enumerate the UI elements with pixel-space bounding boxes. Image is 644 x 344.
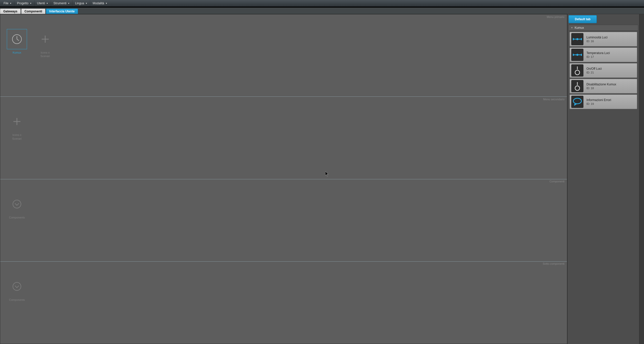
- panel-item[interactable]: On/Off LuciID: 21: [570, 63, 637, 78]
- panel-item-id: ID: 21: [586, 71, 602, 74]
- tab-gateways[interactable]: Gateways: [0, 9, 21, 14]
- menu-item-label: Progetto: [17, 2, 28, 5]
- svg-point-20: [575, 86, 580, 90]
- panel-item-name: Disabilitazione Kumux: [586, 83, 616, 86]
- menu-item-file[interactable]: File▼: [1, 0, 14, 7]
- menu-item-lingua[interactable]: Lingua▼: [72, 0, 90, 7]
- panel-item-info: Luminosità LuciID: 16: [586, 36, 607, 43]
- menu-item-label: File: [4, 2, 8, 5]
- canvas-row: ComponentiComponents: [0, 179, 567, 262]
- dropdown-caret-icon: ▼: [68, 2, 70, 5]
- panel-item-info: Informazioni ErroriID: 19: [586, 98, 611, 105]
- dropdown-caret-icon: ▼: [46, 2, 48, 5]
- tile-kumux[interactable]: Kumux: [7, 29, 27, 54]
- collapse-arrow-icon: ▼: [571, 27, 573, 29]
- panel-item-name: Luminosità Luci: [586, 36, 607, 39]
- menubar: File▼Progetto▼Utenti▼Strumenti▼Lingua▼Mo…: [0, 0, 644, 7]
- panel-item-name: On/Off Luci: [586, 67, 602, 70]
- panel-section-title: Kumux: [575, 26, 584, 30]
- canvas-row: Menu secondarioIcons oScenari: [0, 97, 567, 179]
- default-tab-button[interactable]: Default tab: [569, 15, 597, 23]
- svg-line-2: [17, 39, 19, 41]
- chevron-icon: [7, 276, 27, 297]
- menu-item-label: Strumenti: [54, 2, 66, 5]
- svg-point-16: [576, 54, 578, 56]
- canvas-row: Menu primarioKumuxIcons oScenari: [0, 14, 567, 97]
- switch-icon: [571, 64, 583, 77]
- slider-icon: [571, 33, 583, 45]
- scrollbar[interactable]: [639, 14, 644, 344]
- canvas-row: Sotto-componentiComponents: [0, 262, 567, 344]
- panel-item-id: ID: 18: [586, 87, 616, 90]
- panel-item[interactable]: Luminosità LuciID: 16: [570, 32, 637, 46]
- menu-item-utenti[interactable]: Utenti▼: [34, 0, 51, 7]
- chat-icon: [571, 96, 583, 108]
- tile-label: Icons oScenari: [12, 133, 21, 140]
- menu-item-label: Lingua: [75, 2, 84, 5]
- tile-label: Kumux: [13, 51, 21, 54]
- tile-label: Icons oScenari: [40, 51, 50, 58]
- panel-list: Luminosità LuciID: 16Temperatura LuciID:…: [569, 31, 638, 110]
- panel-item[interactable]: Temperatura LuciID: 17: [570, 47, 637, 62]
- panel-section-header[interactable]: ▼ Kumux: [569, 25, 638, 31]
- dropdown-caret-icon: ▼: [85, 2, 87, 5]
- panel-item-info: Disabilitazione KumuxID: 18: [586, 83, 616, 90]
- tile-components[interactable]: Components: [7, 194, 27, 219]
- svg-point-12: [576, 38, 578, 40]
- menu-item-label: Utenti: [37, 2, 45, 5]
- panel-item-name: Informazioni Errori: [586, 98, 611, 102]
- panel-item-id: ID: 17: [586, 55, 610, 58]
- tile-icons o[interactable]: Icons oScenari: [7, 111, 27, 140]
- row-label: Sotto-componenti: [543, 262, 564, 265]
- tab-interfaccia-utente[interactable]: Interfaccia Utente: [46, 9, 78, 14]
- clock-icon: [7, 29, 27, 49]
- menu-item-progetto[interactable]: Progetto▼: [14, 0, 34, 7]
- panel-item[interactable]: Disabilitazione KumuxID: 18: [570, 79, 637, 93]
- tabbar: GatewaysComponentiInterfaccia Utente: [0, 8, 644, 14]
- dropdown-caret-icon: ▼: [10, 2, 12, 5]
- row-label: Menu primario: [547, 15, 564, 18]
- tile-icons o[interactable]: Icons oScenari: [35, 29, 55, 58]
- canvas: Menu primarioKumuxIcons oScenariMenu sec…: [0, 14, 567, 344]
- menu-item-strumenti[interactable]: Strumenti▼: [51, 0, 72, 7]
- row-label: Menu secondario: [543, 98, 564, 101]
- add-icon: [7, 111, 27, 132]
- panel-item-info: Temperatura LuciID: 17: [586, 51, 610, 58]
- chevron-icon: [7, 194, 27, 214]
- row-label: Componenti: [550, 180, 564, 183]
- tab-componenti[interactable]: Componenti: [21, 9, 45, 14]
- slider-icon: [571, 49, 583, 61]
- add-icon: [35, 29, 55, 49]
- svg-rect-10: [573, 38, 574, 40]
- dropdown-caret-icon: ▼: [105, 2, 107, 5]
- svg-rect-15: [581, 54, 582, 56]
- svg-rect-11: [581, 38, 582, 40]
- workspace: Menu primarioKumuxIcons oScenariMenu sec…: [0, 14, 644, 344]
- svg-point-18: [575, 70, 580, 75]
- panel-item-info: On/Off LuciID: 21: [586, 67, 602, 74]
- switch-icon: [571, 80, 583, 92]
- panel-item[interactable]: Informazioni ErroriID: 19: [570, 94, 637, 109]
- dropdown-caret-icon: ▼: [30, 2, 32, 5]
- tile-label: Components: [9, 298, 25, 302]
- panel-item-id: ID: 19: [586, 102, 611, 105]
- menu-item-label: Modalità: [93, 2, 104, 5]
- panel-item-name: Temperatura Luci: [586, 51, 610, 55]
- right-panel: Default tab ▼ Kumux Luminosità LuciID: 1…: [567, 14, 639, 344]
- tile-label: Components: [9, 216, 25, 219]
- svg-rect-14: [573, 54, 574, 56]
- svg-point-8: [13, 282, 21, 290]
- tile-components[interactable]: Components: [7, 276, 27, 302]
- panel-item-id: ID: 16: [586, 40, 607, 43]
- svg-point-21: [573, 98, 581, 104]
- svg-point-7: [13, 200, 21, 208]
- menu-item-modalità[interactable]: Modalità▼: [90, 0, 110, 7]
